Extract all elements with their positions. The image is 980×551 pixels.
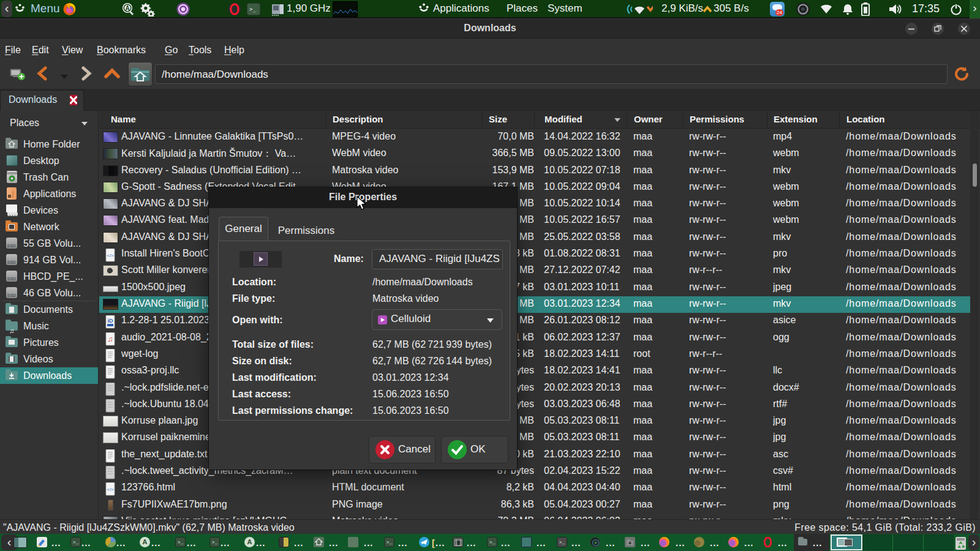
svg-text:♫: ♫ [108,335,113,343]
svg-text:</>: </> [107,253,114,258]
svg-text:iD: iD [108,318,114,324]
svg-text:>_: >_ [249,6,256,12]
svg-text:A: A [125,5,129,12]
svg-text:</>: </> [107,487,114,492]
